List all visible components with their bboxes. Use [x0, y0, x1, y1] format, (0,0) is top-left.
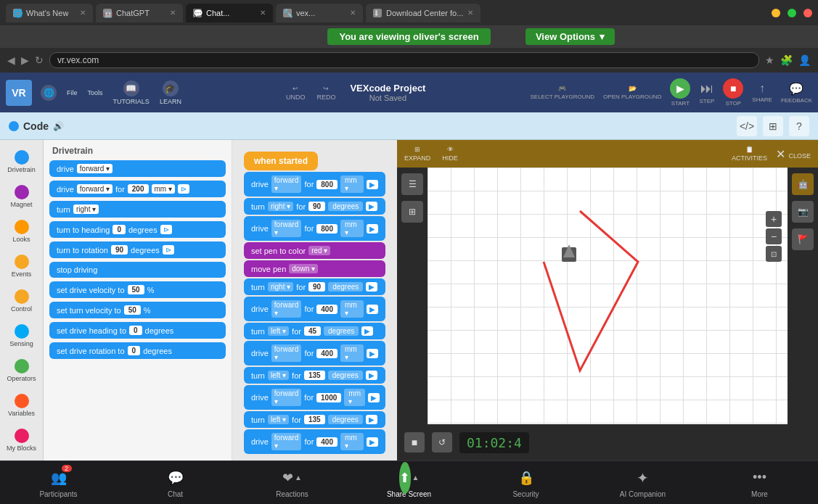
- share-button[interactable]: ↑ SHARE: [752, 82, 772, 103]
- browser-tab-whats-new[interactable]: 🌐 What's New ✕: [6, 4, 93, 22]
- profile-icon[interactable]: 👤: [798, 54, 811, 66]
- simulator-header: ⊞ EXPAND 👁 HIDE 📋 ACTIVITIES ✕ CLOSE: [397, 140, 818, 168]
- script-block-11[interactable]: turn left ▾ for 135 degrees ▶: [244, 411, 385, 428]
- step-icon: ⏭: [700, 81, 713, 96]
- tab-close-download[interactable]: ✕: [467, 9, 473, 17]
- hide-button[interactable]: 👁 HIDE: [442, 146, 458, 162]
- maximize-button[interactable]: [788, 9, 796, 17]
- browser-tab-vex[interactable]: 🔧 vex... ✕: [276, 4, 363, 22]
- sidebar-item-looks[interactable]: Looks: [3, 215, 41, 247]
- sim-stop-button[interactable]: ■: [404, 432, 425, 453]
- script-block-5[interactable]: turn right ▾ for 90 degrees ▶: [244, 278, 385, 295]
- step-button[interactable]: ⏭ STEP: [699, 81, 714, 104]
- script-block-6[interactable]: drive forward ▾ for 400 mm ▾ ▶: [244, 297, 385, 321]
- hamburger-button[interactable]: ☰: [401, 173, 423, 195]
- view-options-button[interactable]: View Options ▾: [525, 28, 615, 45]
- chevron-down-icon: ▾: [600, 31, 605, 42]
- zoom-out-button[interactable]: −: [766, 228, 782, 244]
- select-playground-button[interactable]: 🎮 SELECT PLAYGROUND: [530, 85, 594, 100]
- back-button[interactable]: ◀: [7, 54, 15, 66]
- blocks-view-button[interactable]: ⊞: [763, 116, 783, 136]
- window-close-button[interactable]: [803, 9, 812, 17]
- flag-button[interactable]: 🚩: [792, 228, 814, 250]
- block-turn-to-rotation[interactable]: turn to rotation 90 degrees ⊳: [49, 241, 226, 258]
- simulator-close-button[interactable]: ✕ CLOSE: [776, 147, 811, 161]
- camera-button[interactable]: 📷: [792, 201, 814, 223]
- header-globe-button[interactable]: 🌐: [41, 85, 57, 101]
- sidebar-item-comments[interactable]: Comments: [3, 459, 41, 460]
- script-block-1[interactable]: turn right ▾ for 90 degrees ▶: [244, 198, 385, 215]
- help-button[interactable]: ?: [789, 116, 809, 136]
- reactions-button[interactable]: ❤ ▲ Reactions: [263, 468, 322, 498]
- sidebar-item-variables[interactable]: Variables: [3, 389, 41, 421]
- script-block-9[interactable]: turn left ▾ for 135 degrees ▶: [244, 367, 385, 384]
- block-drive-forward[interactable]: drive forward ▾: [49, 160, 226, 177]
- tab-close-chatgpt[interactable]: ✕: [170, 9, 176, 17]
- magnet-label: Magnet: [10, 201, 32, 208]
- block-set-turn-velocity[interactable]: set turn velocity to 50 %: [49, 302, 226, 318]
- tab-close-chat[interactable]: ✕: [260, 9, 266, 17]
- robot-icon-button[interactable]: 🤖: [792, 173, 814, 195]
- sim-reset-button[interactable]: ↺: [432, 432, 452, 453]
- block-turn-right[interactable]: turn right ▾: [49, 201, 226, 218]
- extensions-icon[interactable]: 🧩: [780, 54, 793, 66]
- tab-close-vex[interactable]: ✕: [350, 9, 356, 17]
- header-tutorials-button[interactable]: 📖 TUTORIALS: [113, 80, 150, 105]
- script-block-0[interactable]: drive forward ▾ for 800 mm ▾ ▶: [244, 172, 385, 197]
- sidebar-item-magnet[interactable]: Magnet: [3, 181, 41, 212]
- direction-arrow: forward ▾: [77, 164, 113, 173]
- minimize-button[interactable]: [772, 9, 780, 17]
- block-set-drive-rotation[interactable]: set drive rotation to 0 degrees: [49, 342, 226, 359]
- refresh-button[interactable]: ↻: [35, 54, 44, 66]
- sidebar-item-operators[interactable]: Operators: [3, 355, 41, 387]
- stop-button[interactable]: ■ STOP: [723, 78, 743, 107]
- vex-logo: VR: [6, 80, 32, 106]
- redo-button[interactable]: ↪ REDO: [316, 85, 335, 101]
- zoom-reset-button[interactable]: ⊡: [766, 246, 782, 262]
- chat-button[interactable]: 💬 Chat: [147, 468, 205, 498]
- block-turn-to-heading[interactable]: turn to heading 0 degrees ⊳: [49, 221, 226, 238]
- forward-button[interactable]: ▶: [21, 54, 29, 66]
- browser-tab-chat[interactable]: 💬 Chat... ✕: [186, 4, 273, 22]
- header-tools-button[interactable]: Tools: [88, 89, 103, 96]
- bookmark-icon[interactable]: ★: [765, 54, 774, 66]
- undo-button[interactable]: ↩ UNDO: [286, 85, 306, 101]
- start-button[interactable]: ▶ START: [670, 78, 690, 107]
- expand-button[interactable]: ⊞ EXPAND: [404, 146, 430, 162]
- zoom-in-button[interactable]: +: [766, 211, 782, 227]
- code-view-button[interactable]: </>: [737, 116, 757, 136]
- sidebar-item-events[interactable]: Events: [3, 250, 41, 282]
- sidebar-item-sensing[interactable]: Sensing: [3, 320, 41, 352]
- participants-button[interactable]: 👥 2 Participants: [30, 468, 88, 498]
- script-block-3[interactable]: set pen to color red ▾: [244, 242, 385, 259]
- script-block-7[interactable]: turn left ▾ for 45 degrees ▶: [244, 323, 385, 339]
- activities-button[interactable]: 📋 ACTIVITIES: [732, 146, 767, 162]
- block-set-drive-velocity[interactable]: set drive velocity to 50 %: [49, 281, 226, 298]
- script-block-10[interactable]: drive forward ▾ for 1000 mm ▾ ▶: [244, 385, 385, 410]
- browser-tab-chatgpt[interactable]: 🤖 ChatGPT ✕: [96, 4, 183, 22]
- block-set-drive-heading[interactable]: set drive heading to 0 degrees: [49, 322, 226, 339]
- address-input[interactable]: [49, 52, 759, 68]
- feedback-button[interactable]: 💬 FEEDBACK: [781, 82, 812, 104]
- block-drive-forward-for[interactable]: drive forward ▾ for 200 mm ▾ ⊳: [49, 181, 226, 197]
- script-block-2[interactable]: drive forward ▾ for 800 mm ▾ ▶: [244, 216, 385, 241]
- start-block[interactable]: when started: [244, 152, 318, 170]
- grid-button[interactable]: ⊞: [401, 201, 423, 223]
- header-file-button[interactable]: File: [67, 89, 78, 96]
- browser-tab-download[interactable]: ⬇ Download Center fo... ✕: [366, 4, 480, 22]
- script-block-12[interactable]: drive forward ▾ for 400 mm ▾ ▶: [244, 429, 385, 454]
- ai-companion-button[interactable]: ✦ AI Companion: [614, 468, 672, 498]
- sidebar-item-my-blocks[interactable]: My Blocks: [3, 424, 41, 456]
- tab-close-whats-new[interactable]: ✕: [80, 9, 86, 17]
- block-stop-driving[interactable]: stop driving: [49, 262, 226, 278]
- share-screen-button[interactable]: ⬆ ▲ Share Screen: [380, 468, 438, 498]
- variables-label: Variables: [8, 410, 35, 417]
- script-block-4[interactable]: move pen down ▾: [244, 260, 385, 277]
- security-button[interactable]: 🔒 Security: [497, 468, 555, 498]
- sidebar-item-drivetrain[interactable]: Drivetrain: [3, 146, 41, 178]
- open-playground-button[interactable]: 📂 OPEN PLAYGROUND: [603, 85, 661, 100]
- sidebar-item-control[interactable]: Control: [3, 285, 41, 317]
- header-learn-button[interactable]: 🎓 LEARN: [160, 80, 181, 105]
- more-button[interactable]: ••• More: [731, 468, 789, 498]
- script-block-8[interactable]: drive forward ▾ for 400 mm ▾ ▶: [244, 341, 385, 365]
